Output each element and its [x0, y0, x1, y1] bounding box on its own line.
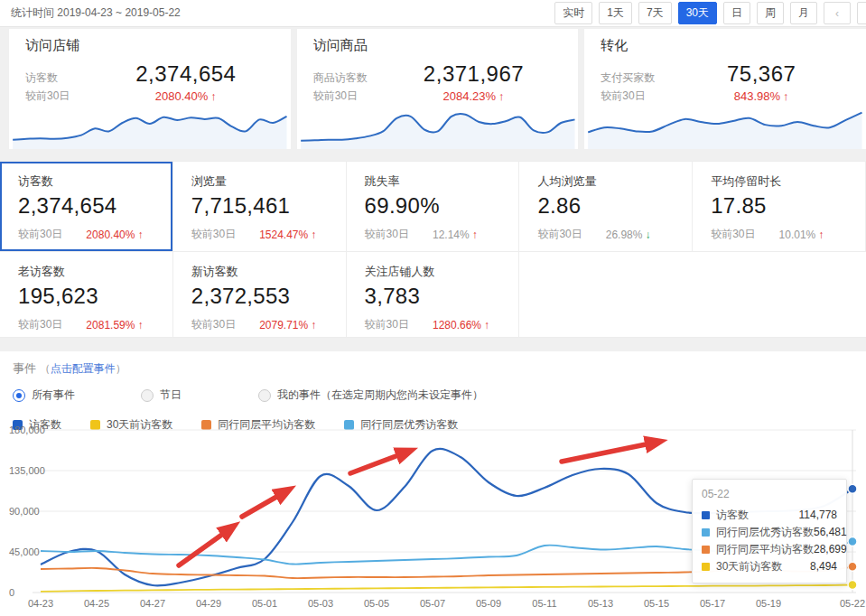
y-axis-tick: 45,000: [9, 546, 40, 557]
card-metric-label: 商品访客数: [313, 70, 386, 86]
card-metric-label: 访客数: [25, 70, 98, 86]
tile-bounce-rate[interactable]: 跳失率 69.90% 较前30日12.14%↑: [347, 162, 520, 251]
compare-percent: 10.01%: [779, 229, 816, 241]
y-axis-tick: 180,000: [9, 425, 45, 435]
range-button-week[interactable]: 周: [757, 2, 784, 24]
tile-value: 7,715,461: [191, 193, 328, 219]
tile-label: 关注店铺人数: [365, 264, 501, 280]
annotation-arrow: [179, 529, 229, 565]
tooltip-swatch-icon: [702, 546, 710, 554]
trend-arrow-icon: ↑: [311, 229, 316, 241]
card-title: 访问店铺: [25, 37, 275, 54]
compare-label: 较前30日: [537, 227, 582, 242]
tooltip-swatch-icon: [702, 511, 710, 519]
tile-pageviews[interactable]: 浏览量 7,715,461 较前30日1524.47%↑: [173, 162, 347, 251]
compare-percent: 1524.47%: [259, 229, 308, 241]
card-metric-value: 2,371,967: [386, 61, 563, 87]
tile-label: 人均浏览量: [537, 173, 674, 190]
paren: （: [40, 362, 51, 375]
compare-label: 较前30日: [18, 227, 62, 242]
radio-icon[interactable]: [13, 389, 25, 402]
y-axis-tick: 90,000: [9, 506, 40, 517]
x-axis-tick: 05-09: [476, 598, 501, 609]
configure-events-link[interactable]: 点击配置事件: [51, 362, 116, 375]
tiles-empty-area: [519, 252, 866, 337]
x-axis-tick: 05-11: [532, 598, 556, 609]
tooltip-row: 同行同层优秀访客数 56,481: [702, 524, 837, 541]
tooltip-row: 访客数 114,778: [702, 507, 837, 524]
tile-new-visitors[interactable]: 新访客数 2,372,553 较前30日2079.71%↑: [173, 252, 347, 337]
chevron-left-icon[interactable]: ‹: [824, 2, 851, 24]
radio-all-events[interactable]: 所有事件: [13, 387, 141, 403]
card-visit-item[interactable]: 访问商品 商品访客数 2,371,967 较前30日 2084.23%↑: [297, 29, 579, 149]
stat-date-range: 统计时间 2019-04-23 ~ 2019-05-22: [11, 5, 181, 21]
compare-percent: 2081.59%: [86, 319, 135, 331]
tile-label: 访客数: [18, 173, 154, 190]
radio-my-events[interactable]: 我的事件（在选定周期内您尚未设定事件）: [258, 387, 483, 403]
compare-percent: 2079.71%: [259, 319, 308, 331]
trend-arrow-icon: ↑: [311, 319, 316, 331]
compare-percent: 12.14%: [433, 229, 470, 241]
trend-arrow-icon: ↑: [484, 319, 489, 331]
tile-visitors[interactable]: 访客数 2,374,654 较前30日2080.40%↑: [0, 162, 173, 251]
x-axis-tick: 04-27: [140, 598, 165, 609]
trend-arrow-icon: ↑: [472, 229, 478, 241]
tooltip-row: 同行同层平均访客数 28,699: [702, 541, 837, 558]
tile-value: 2,374,654: [18, 193, 154, 219]
x-axis-tick: 05-01: [252, 598, 277, 609]
topbar: 统计时间 2019-04-23 ~ 2019-05-22 实时 1天 7天 30…: [0, 0, 866, 27]
range-button-day[interactable]: 日: [723, 2, 750, 24]
tile-label: 老访客数: [18, 264, 154, 280]
card-visit-shop[interactable]: 访问店铺 访客数 2,374,654 较前30日 2080.40%↑: [9, 29, 291, 149]
card-metric-value: 75,367: [673, 61, 850, 87]
tile-value: 3,783: [365, 284, 501, 309]
trend-chart[interactable]: 180,000135,00090,00045,000004-2304-2504-…: [0, 423, 866, 616]
tile-label: 平均停留时长: [711, 173, 847, 190]
radio-label: 我的事件（在选定周期内您尚未设定事件）: [277, 387, 483, 403]
radio-label: 所有事件: [32, 387, 75, 403]
tile-label: 浏览量: [191, 173, 328, 190]
card-conversion[interactable]: 转化 支付买家数 75,367 较前30日 843.98%↑: [584, 29, 866, 149]
trend-arrow-icon: ↑: [137, 319, 143, 331]
tile-returning-visitors[interactable]: 老访客数 195,623 较前30日2081.59%↑: [0, 252, 173, 337]
radio-icon[interactable]: [258, 389, 271, 402]
compare-label: 较前30日: [365, 227, 409, 242]
series-end-dot-30天前访客数: [848, 581, 857, 590]
sparkline-conversion: [584, 95, 866, 149]
radio-icon[interactable]: [141, 389, 154, 402]
tile-views-per-visitor[interactable]: 人均浏览量 2.86 较前30日26.98%↓: [519, 162, 693, 251]
annotation-arrow: [242, 492, 284, 517]
tile-shop-followers[interactable]: 关注店铺人数 3,783 较前30日1280.66%↑: [347, 252, 520, 337]
range-button-realtime[interactable]: 实时: [554, 2, 592, 24]
compare-label: 较前30日: [18, 317, 62, 332]
x-axis-tick: 05-15: [644, 598, 669, 609]
trend-arrow-icon: ↓: [645, 229, 650, 241]
tile-avg-stay-time[interactable]: 平均停留时长 17.85 较前30日10.01%↑: [693, 162, 866, 251]
time-range-buttons: 实时 1天 7天 30天 日 周 月 ‹: [554, 2, 864, 24]
radio-holidays[interactable]: 节日: [141, 387, 258, 403]
series-end-dot-同行同层优秀访客数: [848, 537, 857, 546]
tooltip-row: 30天前访客数 8,494: [702, 558, 837, 575]
range-button-1day[interactable]: 1天: [599, 2, 632, 24]
card-metric-label: 支付买家数: [601, 70, 673, 86]
range-button-30day[interactable]: 30天: [678, 2, 717, 24]
compare-percent: 26.98%: [606, 229, 643, 241]
paren: ）: [116, 362, 126, 375]
compare-percent: 2080.40%: [86, 229, 135, 241]
x-axis-tick: 04-25: [84, 598, 109, 609]
compare-label: 较前30日: [191, 317, 236, 332]
range-button-month[interactable]: 月: [790, 2, 817, 24]
tile-label: 新访客数: [191, 264, 328, 280]
sparkline-visit-item: [297, 95, 579, 149]
x-axis-tick: 05-22: [840, 598, 865, 609]
clipped-button[interactable]: [857, 2, 866, 24]
x-axis-tick: 04-29: [196, 598, 221, 609]
card-metric-value: 2,374,654: [98, 61, 275, 87]
compare-percent: 1280.66%: [433, 319, 481, 331]
summary-cards: 访问店铺 访客数 2,374,654 较前30日 2080.40%↑ 访问商品 …: [0, 29, 866, 149]
tooltip-swatch-icon: [702, 528, 710, 537]
card-title: 转化: [601, 37, 850, 54]
tooltip-swatch-icon: [702, 563, 710, 571]
range-button-7day[interactable]: 7天: [638, 2, 672, 24]
compare-label: 较前30日: [711, 227, 755, 242]
